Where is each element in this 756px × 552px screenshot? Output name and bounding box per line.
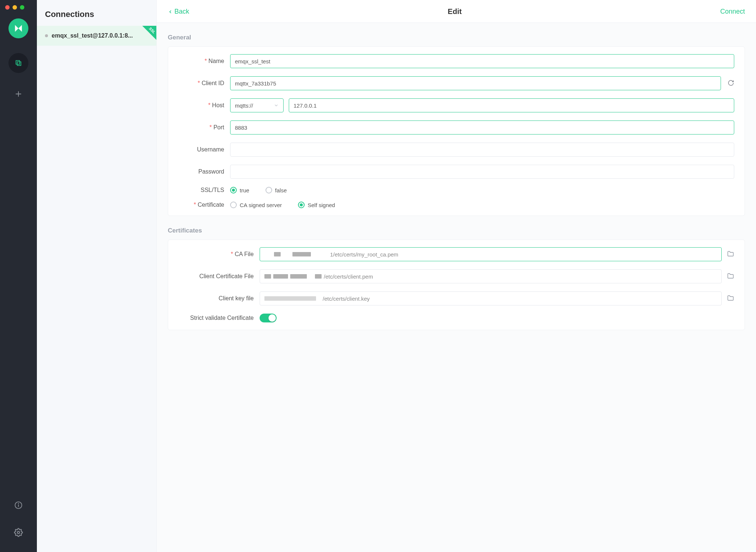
client-cert-browse-button[interactable] xyxy=(727,272,734,281)
label-ca-file: CA File xyxy=(178,251,260,258)
nav-settings-button[interactable] xyxy=(8,523,28,542)
client-key-path-tail: /etc/certs/client.key xyxy=(323,296,370,302)
ssl-badge: SSL xyxy=(136,26,156,46)
connections-title: Connections xyxy=(37,0,156,26)
username-input[interactable] xyxy=(230,143,734,157)
section-general-title: General xyxy=(168,34,745,41)
svg-rect-1 xyxy=(17,62,21,66)
plus-icon xyxy=(14,90,22,98)
certificates-card: CA File 1/etc/certs/my_root_ca.pem xyxy=(168,240,745,330)
label-host: Host xyxy=(178,102,230,109)
folder-icon xyxy=(727,294,734,302)
ca-file-input[interactable]: 1/etc/certs/my_root_ca.pem xyxy=(260,247,722,261)
status-dot-icon xyxy=(45,34,48,37)
scheme-value: mqtts:// xyxy=(235,102,253,109)
label-port: Port xyxy=(178,124,230,131)
label-client-key-file: Client key file xyxy=(178,295,260,302)
refresh-icon xyxy=(728,80,734,86)
connection-item-label: emqx_ssl_test@127.0.0.1:8... xyxy=(52,32,133,39)
label-certificate: Certificate xyxy=(178,202,230,208)
strict-validate-toggle[interactable] xyxy=(260,314,277,322)
folder-icon xyxy=(727,272,734,280)
section-certificates-title: Certificates xyxy=(168,227,745,234)
client-cert-file-input[interactable]: /etc/certs/client.pem xyxy=(260,269,722,283)
cert-self-signed-radio[interactable]: Self signed xyxy=(298,202,335,208)
info-icon xyxy=(14,501,22,509)
nav-connections-button[interactable] xyxy=(8,53,28,73)
refresh-client-id-button[interactable] xyxy=(726,80,734,87)
connection-item[interactable]: emqx_ssl_test@127.0.0.1:8... SSL xyxy=(37,26,156,46)
label-client-cert-file: Client Certificate File xyxy=(178,273,260,280)
password-input[interactable] xyxy=(230,165,734,179)
label-password: Password xyxy=(178,168,230,175)
nav-info-button[interactable] xyxy=(8,495,28,515)
copy-stack-icon xyxy=(15,59,22,67)
svg-point-4 xyxy=(18,503,19,504)
label-name: Name xyxy=(178,58,230,64)
ca-file-browse-button[interactable] xyxy=(727,250,734,259)
ssl-false-radio[interactable]: false xyxy=(266,187,287,193)
ca-file-path-tail: 1/etc/certs/my_root_ca.pem xyxy=(330,251,398,258)
host-input[interactable] xyxy=(289,98,734,112)
connect-button[interactable]: Connect xyxy=(720,8,745,15)
top-bar: Back Edit Connect xyxy=(157,0,756,23)
port-input[interactable] xyxy=(230,120,734,134)
ssl-true-radio[interactable]: true xyxy=(230,187,249,193)
label-ssl-tls: SSL/TLS xyxy=(178,187,230,193)
label-client-id: Client ID xyxy=(178,80,230,87)
connections-panel: Connections emqx_ssl_test@127.0.0.1:8...… xyxy=(37,0,157,552)
nav-new-button[interactable] xyxy=(8,84,28,104)
name-input[interactable] xyxy=(230,54,734,68)
window-controls[interactable] xyxy=(0,3,24,10)
scheme-select[interactable]: mqtts:// xyxy=(230,98,284,112)
client-cert-path-tail: /etc/certs/client.pem xyxy=(324,273,373,280)
svg-point-5 xyxy=(17,531,20,534)
page-title: Edit xyxy=(448,7,462,16)
back-button[interactable]: Back xyxy=(168,8,189,15)
folder-icon xyxy=(727,250,734,258)
app-logo[interactable] xyxy=(8,18,28,38)
cert-ca-signed-radio[interactable]: CA signed server xyxy=(230,202,282,208)
client-key-browse-button[interactable] xyxy=(727,294,734,303)
main-area: Back Edit Connect General Name Client ID xyxy=(157,0,756,552)
nav-rail xyxy=(0,0,37,552)
mqttx-logo-icon xyxy=(13,23,24,34)
label-strict-validate: Strict validate Certificate xyxy=(178,315,260,321)
label-username: Username xyxy=(178,146,230,153)
general-card: Name Client ID Host xyxy=(168,46,745,216)
close-window-icon[interactable] xyxy=(5,5,10,10)
gear-icon xyxy=(14,528,23,537)
client-id-input[interactable] xyxy=(230,76,721,90)
chevron-down-icon xyxy=(274,103,279,108)
maximize-window-icon[interactable] xyxy=(20,5,24,10)
chevron-left-icon xyxy=(168,9,173,14)
client-key-file-input[interactable]: /etc/certs/client.key xyxy=(260,291,722,305)
minimize-window-icon[interactable] xyxy=(13,5,17,10)
svg-rect-0 xyxy=(16,60,20,64)
